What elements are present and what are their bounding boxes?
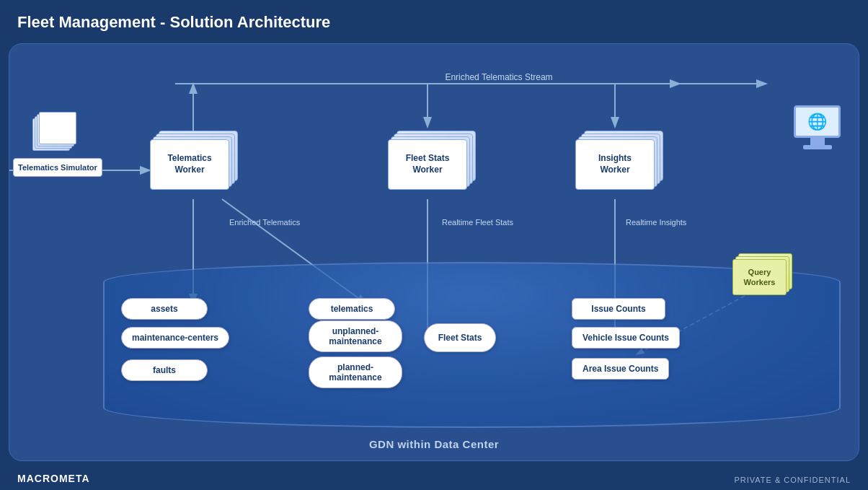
query-workers-label: QueryWorkers <box>744 267 776 288</box>
issue-counts-box: Issue Counts <box>572 298 665 320</box>
telematics-simulator-label: Telematics Simulator <box>18 163 97 172</box>
planned-maintenance-box: planned-maintenance <box>309 356 402 388</box>
maintenance-centers-box: maintenance-centers <box>121 327 229 349</box>
assets-box: assets <box>121 298 208 320</box>
realtime-insights-label: Realtime Insights <box>626 217 686 228</box>
main-area: Enriched Telematics Stream Telematics St… <box>9 43 859 461</box>
area-issue-counts-box: Area Issue Counts <box>572 358 669 380</box>
monitor-icon: 🌐 <box>790 105 844 149</box>
telematics-simulator: Telematics Simulator <box>13 112 102 177</box>
faults-box: faults <box>121 359 208 381</box>
unplanned-maintenance-box: unplanned-maintenance <box>309 320 402 352</box>
vehicle-issue-counts-box: Vehicle Issue Counts <box>572 327 680 349</box>
footer-left: MACROMETA <box>17 473 90 484</box>
realtime-fleet-stats-label: Realtime Fleet Stats <box>442 217 513 228</box>
fleet-stats-box: Fleet Stats <box>424 323 496 352</box>
enriched-telematics-stream-label: Enriched Telematics Stream <box>319 71 678 84</box>
telematics-box: telematics <box>309 298 395 320</box>
telematics-worker-label: TelematicsWorker <box>167 153 211 175</box>
enriched-telematics-label: Enriched Telematics <box>229 217 300 228</box>
insights-worker-label: InsightsWorker <box>598 153 632 175</box>
page-title: Fleet Management - Solution Architecture <box>0 0 347 39</box>
fleet-stats-worker-label: Fleet StatsWorker <box>406 153 450 175</box>
footer-right: PRIVATE & CONFIDENTIAL <box>734 476 851 484</box>
gdn-label: GDN within Data Center <box>369 438 499 450</box>
